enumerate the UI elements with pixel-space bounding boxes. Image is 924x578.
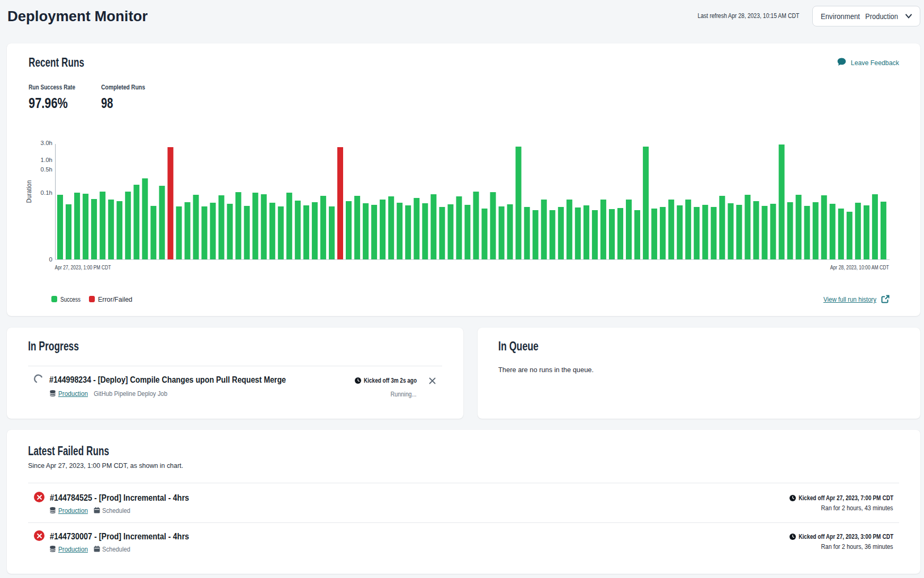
svg-text:3.0h: 3.0h [41, 140, 52, 146]
svg-text:0.5h: 0.5h [41, 166, 52, 173]
svg-text:Apr 28, 2023, 10:00 AM CDT: Apr 28, 2023, 10:00 AM CDT [830, 264, 889, 270]
svg-text:0: 0 [49, 256, 52, 263]
svg-text:0.1h: 0.1h [41, 189, 52, 196]
svg-text:Apr 27, 2023, 1:00 PM CDT: Apr 27, 2023, 1:00 PM CDT [55, 264, 111, 270]
svg-text:Duration: Duration [25, 180, 33, 203]
svg-text:1.0h: 1.0h [41, 157, 52, 163]
